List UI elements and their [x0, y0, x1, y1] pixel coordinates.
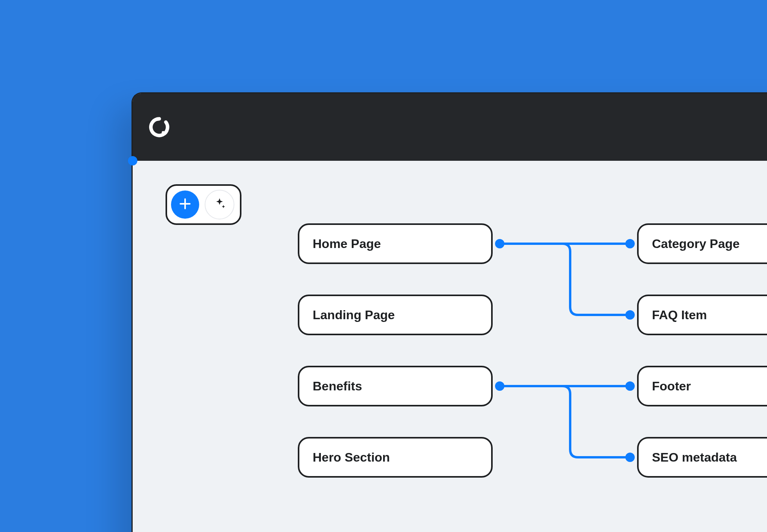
sparkle-icon	[213, 197, 226, 212]
node-seo-metadata[interactable]: SEO metadata	[637, 437, 767, 478]
svg-point-4	[625, 310, 635, 320]
svg-point-3	[625, 239, 635, 248]
svg-point-1	[162, 131, 165, 134]
title-bar	[133, 93, 767, 161]
node-footer[interactable]: Footer	[637, 366, 767, 406]
node-label: Benefits	[313, 379, 362, 394]
canvas-toolbar	[166, 184, 241, 225]
app-window: Home Page Landing Page Benefits Hero Sec…	[131, 92, 767, 532]
svg-point-8	[625, 453, 635, 462]
node-landing-page[interactable]: Landing Page	[298, 295, 493, 335]
node-label: Hero Section	[313, 450, 390, 465]
node-label: FAQ Item	[652, 308, 707, 322]
svg-point-5	[495, 381, 504, 391]
app-logo-icon	[148, 116, 170, 138]
node-label: SEO metadata	[652, 450, 737, 465]
svg-point-2	[495, 239, 504, 248]
svg-point-0	[156, 118, 159, 121]
node-faq-item[interactable]: FAQ Item	[637, 295, 767, 335]
node-label: Home Page	[313, 237, 381, 251]
plus-icon	[178, 197, 192, 212]
add-button[interactable]	[171, 191, 199, 219]
node-benefits[interactable]: Benefits	[298, 366, 493, 406]
node-label: Footer	[652, 379, 691, 394]
ai-generate-button[interactable]	[205, 190, 234, 219]
diagram-canvas[interactable]: Home Page Landing Page Benefits Hero Sec…	[133, 161, 767, 532]
page-background: Home Page Landing Page Benefits Hero Sec…	[0, 0, 767, 532]
node-label: Landing Page	[313, 308, 395, 322]
node-home-page[interactable]: Home Page	[298, 223, 493, 264]
node-label: Category Page	[652, 237, 740, 251]
node-hero-section[interactable]: Hero Section	[298, 437, 493, 478]
svg-point-6	[625, 381, 635, 391]
node-category-page[interactable]: Category Page	[637, 223, 767, 264]
